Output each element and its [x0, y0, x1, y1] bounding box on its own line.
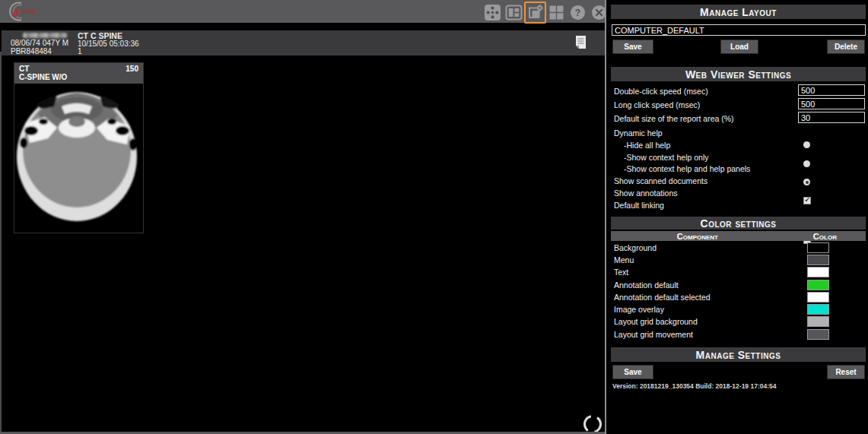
component-column-header: Component	[611, 232, 784, 241]
color-table-subheader: Component Color	[611, 231, 866, 241]
grid-layout-icon[interactable]	[548, 4, 565, 21]
image-overlay-color-swatch[interactable]	[807, 304, 829, 315]
thumbnail-header: CT 150 C-SPINE W/O	[14, 63, 143, 84]
double-click-speed-input[interactable]	[798, 84, 865, 96]
study-info: CT C SPINE 10/15/05 05:03:36 1	[78, 32, 139, 56]
version-text: Version: 20181219_130354 Build: 2018-12-…	[612, 382, 776, 390]
toolbar-icons: ?	[484, 2, 608, 22]
main-toolbar: e RAD	[0, 0, 605, 23]
color-row-label: Layout grid background	[614, 317, 698, 326]
color-row-label: Background	[614, 243, 657, 252]
color-row-label: Annotation default	[614, 280, 679, 290]
color-settings-header: Color settings	[611, 217, 866, 230]
menu-color-swatch[interactable]	[807, 255, 829, 265]
checkbox-label: Show annotations	[614, 188, 677, 198]
context-help-only-radio[interactable]	[803, 160, 810, 167]
help-icon[interactable]: ?	[569, 4, 587, 21]
patient-demographics: 08/06/74 047Y M PBR848484	[11, 32, 68, 55]
color-row-label: Text	[614, 268, 628, 277]
settings-save-button[interactable]: Save	[612, 365, 653, 379]
text-color-swatch[interactable]	[807, 267, 829, 277]
viewer-panel: e RAD	[0, 0, 606, 434]
radio-label: -Hide all help	[624, 141, 670, 150]
study-datetime: 10/15/05 05:03:36	[78, 40, 139, 49]
logo-e-glyph: e	[13, 4, 20, 20]
setting-label: Default size of the report area (%)	[614, 114, 734, 123]
patient-dob-age-sex: 08/06/74 047Y M	[11, 40, 68, 48]
dynamic-help-label: Dynamic help	[614, 128, 663, 138]
radio-label: -Show context help and help panels	[624, 164, 750, 173]
layout-grid-background-color-swatch[interactable]	[807, 316, 829, 327]
thumbnail-image-count: 150	[126, 65, 138, 73]
long-click-speed-input[interactable]	[798, 98, 865, 109]
erad-logo: e RAD	[6, 1, 59, 22]
layout-save-button[interactable]: Save	[612, 40, 653, 54]
show-scanned-documents-checkbox[interactable]	[803, 197, 811, 204]
color-row-label: Layout grid movement	[614, 330, 693, 339]
layout-load-button[interactable]: Load	[720, 40, 758, 54]
layout-delete-button[interactable]: Delete	[827, 40, 865, 54]
annotation-default-color-swatch[interactable]	[807, 280, 829, 290]
layout-name-input[interactable]	[612, 24, 866, 36]
series-thumbnail[interactable]: CT 150 C-SPINE W/O	[14, 62, 144, 233]
annotation-selected-color-swatch[interactable]	[807, 292, 829, 303]
web-viewer-settings-header: Web Viewer Settings	[611, 67, 866, 81]
patient-info-bar: 08/06/74 047Y M PBR848484 CT C SPINE 10/…	[2, 30, 605, 55]
patient-name-redacted	[23, 33, 67, 38]
layout-grid-movement-color-swatch[interactable]	[807, 329, 829, 340]
color-row-label: Menu	[614, 255, 634, 265]
report-area-size-input[interactable]	[798, 112, 865, 123]
color-column-header: Color	[784, 232, 866, 241]
hide-all-help-radio[interactable]	[803, 141, 810, 148]
manage-layout-header: Manage Layout	[611, 5, 866, 19]
manage-settings-header: Manage Settings	[611, 347, 866, 362]
setting-label: Long click speed (msec)	[614, 100, 700, 109]
color-row-label: Image overlay	[614, 305, 664, 314]
checkbox-label: Default linking	[614, 201, 664, 210]
report-document-icon[interactable]	[575, 35, 587, 49]
checkbox-label: Show scanned documents	[614, 176, 707, 185]
radio-label: -Show context help only	[624, 153, 708, 162]
study-title: CT C SPINE	[78, 32, 139, 40]
pan-navigator-icon[interactable]	[484, 4, 501, 21]
settings-reset-button[interactable]: Reset	[827, 365, 865, 379]
viewer-left-border	[0, 52, 2, 434]
setting-label: Double-click speed (msec)	[614, 87, 708, 96]
patient-id: PBR848484	[11, 48, 68, 56]
svg-text:?: ?	[575, 8, 580, 18]
web-viewer-app: e RAD	[0, 0, 868, 434]
thumbnail-modality: CT	[19, 65, 29, 73]
layout-split-icon[interactable]	[505, 4, 523, 21]
background-color-swatch[interactable]	[807, 242, 829, 253]
logo-rad-glyph: RAD	[22, 8, 36, 15]
settings-panel: Manage Layout Save Load Delete Web Viewe…	[606, 0, 868, 434]
series-number: 1	[78, 48, 139, 56]
color-row-label: Annotation default selected	[614, 293, 711, 302]
ct-axial-image[interactable]	[14, 84, 143, 233]
settings-tool-icon[interactable]	[526, 4, 544, 21]
context-help-and-panels-radio[interactable]	[803, 179, 810, 185]
thumbnail-series-description: C-SPINE W/O	[19, 73, 138, 81]
